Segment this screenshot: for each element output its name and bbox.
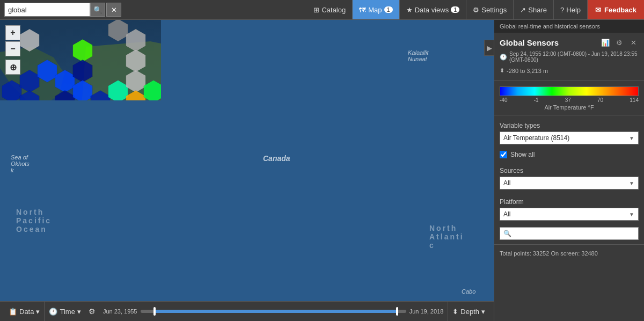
panel-title: Global Sensors	[500, 38, 559, 47]
platform-select[interactable]: All	[500, 208, 639, 221]
variable-select[interactable]: Air Temperature (8514)	[500, 132, 639, 144]
panel-depth-range: -280 to 3,213 m	[507, 68, 548, 74]
canada-label: Canada	[263, 154, 290, 163]
depth-chevron-icon: ▾	[481, 308, 485, 316]
panel-depth-row: ⬍ -280 to 3,213 m	[494, 66, 644, 78]
panel-date-row: 🕐 Sep 24, 1955 12:00 (GMT-0800) - Jun 19…	[494, 50, 644, 66]
show-all-row: Show all	[494, 149, 644, 163]
sources-select[interactable]: All	[500, 177, 639, 189]
help-icon: ?	[560, 6, 564, 14]
scale-label-4: 114	[630, 97, 639, 103]
catalog-nav-item[interactable]: ⊞ Catalog	[307, 0, 353, 19]
sources-section: Sources All	[494, 163, 644, 194]
scale-label-1: -1	[534, 97, 539, 103]
panel-close-icon[interactable]: ✕	[628, 37, 639, 48]
depth-label: Depth	[460, 308, 479, 316]
panel-title-row: Global Sensors 📊 ⚙ ✕	[494, 33, 644, 50]
share-icon: ↗	[520, 6, 526, 14]
help-label: Help	[566, 6, 581, 14]
feedback-nav-item[interactable]: ✉ Feedback	[588, 0, 644, 19]
sources-label: Sources	[500, 167, 639, 174]
sources-select-wrapper: All	[500, 177, 639, 189]
data-chevron-icon: ▾	[36, 308, 40, 316]
time-button[interactable]: 🕐 Time ▾	[45, 302, 85, 321]
feedback-icon: ✉	[595, 6, 601, 14]
color-scale-title: Air Temperature °F	[500, 104, 639, 111]
settings-label: Settings	[481, 6, 507, 14]
panel-search-bar: 🔍	[500, 227, 639, 240]
panel-chart-icon[interactable]: 📊	[600, 37, 611, 48]
map-label: Map	[368, 6, 382, 14]
panel-date-range: Sep 24, 1955 12:00 (GMT-0800) - Jun 19, …	[509, 51, 639, 63]
data-icon: 📋	[9, 308, 17, 316]
zoom-in-button[interactable]: +	[5, 25, 20, 40]
panel-icon-buttons: 📊 ⚙ ✕	[600, 37, 639, 48]
right-panel: Global real-time and historical sensors …	[494, 20, 644, 321]
bottom-bar: 📋 Data ▾ 🕐 Time ▾ ⚙ Jun 23, 1955 Jun 19,…	[0, 301, 494, 321]
feedback-label: Feedback	[604, 6, 636, 14]
platform-select-wrapper: All	[500, 208, 639, 221]
panel-header: Global real-time and historical sensors	[494, 20, 644, 33]
time-end-label: Jun 19, 2018	[409, 308, 444, 315]
variable-types-label: Variable types	[500, 122, 639, 129]
show-all-checkbox[interactable]	[500, 151, 507, 158]
clock-icon: 🕐	[49, 308, 57, 316]
help-nav-item[interactable]: ? Help	[554, 0, 588, 19]
zoom-fit-button[interactable]: ⊕	[5, 60, 20, 75]
share-nav-item[interactable]: ↗ Share	[514, 0, 554, 19]
grid-icon: ⊞	[313, 6, 319, 14]
north-pacific-label: NorthPacificOcean	[16, 208, 52, 234]
dataviews-badge: 1	[451, 6, 459, 13]
divider-3	[494, 244, 644, 245]
data-label: Data	[19, 308, 34, 316]
top-navigation: 🔍 ✕ ⊞ Catalog 🗺 Map 1 ★ Data views 1 ⚙ S…	[0, 0, 644, 20]
dataviews-label: Data views	[415, 6, 449, 14]
color-scale-bar	[500, 86, 639, 96]
scale-label-2: 37	[565, 97, 571, 103]
catalog-label: Catalog	[321, 6, 346, 14]
collapse-panel-button[interactable]: ▶	[484, 40, 494, 56]
clock-icon: 🕐	[500, 54, 507, 61]
sea-okhot-label: Sea ofOkhotsk	[11, 154, 30, 173]
color-scale-container: -40 -1 37 70 114 Air Temperature °F	[494, 83, 644, 113]
map-nav-item[interactable]: 🗺 Map 1	[353, 0, 399, 19]
depth-icon: ⬍	[452, 308, 458, 316]
search-button[interactable]: 🔍	[90, 3, 105, 17]
clear-search-button[interactable]: ✕	[106, 3, 121, 17]
search-box: 🔍 ✕	[4, 3, 121, 17]
hex-map	[0, 20, 161, 100]
panel-stats: Total points: 33252 On screen: 32480	[494, 247, 644, 260]
time-track[interactable]	[141, 310, 406, 313]
platform-section: Platform All	[494, 194, 644, 225]
scale-label-min: -40	[500, 97, 507, 103]
time-settings-button[interactable]: ⚙	[85, 307, 99, 316]
cabo-label: Cabo	[462, 288, 475, 295]
time-handle-left[interactable]	[153, 307, 156, 316]
depth-button[interactable]: ⬍ Depth ▾	[448, 302, 489, 321]
zoom-out-button[interactable]: −	[5, 41, 20, 56]
data-button[interactable]: 📋 Data ▾	[4, 302, 45, 321]
divider-2	[494, 115, 644, 115]
show-all-label[interactable]: Show all	[510, 151, 535, 158]
platform-label: Platform	[500, 198, 639, 206]
depth-icon: ⬍	[500, 67, 504, 74]
time-handle-right[interactable]	[396, 307, 398, 316]
time-slider-area: Jun 23, 1955 Jun 19, 2018	[99, 308, 448, 315]
map-controls: + − ⊕	[5, 25, 20, 75]
gear-icon: ⚙	[473, 6, 479, 14]
star-icon: ★	[406, 6, 413, 14]
panel-search-icon: 🔍	[500, 228, 515, 239]
time-label: Time	[60, 308, 75, 316]
time-chevron-icon: ▾	[77, 308, 81, 316]
dataviews-nav-item[interactable]: ★ Data views 1	[400, 0, 467, 19]
panel-settings-icon[interactable]: ⚙	[614, 37, 625, 48]
search-input[interactable]	[4, 3, 90, 17]
divider-1	[494, 81, 644, 81]
variable-select-wrapper: Air Temperature (8514)	[500, 132, 639, 144]
panel-search-input[interactable]	[515, 228, 638, 239]
north-atlantic-label: NorthAtlantic	[429, 224, 464, 250]
nav-items: ⊞ Catalog 🗺 Map 1 ★ Data views 1 ⚙ Setti…	[307, 0, 644, 19]
time-start-label: Jun 23, 1955	[103, 308, 137, 315]
settings-nav-item[interactable]: ⚙ Settings	[466, 0, 514, 19]
panel-header-label: Global real-time and historical sensors	[500, 23, 600, 30]
